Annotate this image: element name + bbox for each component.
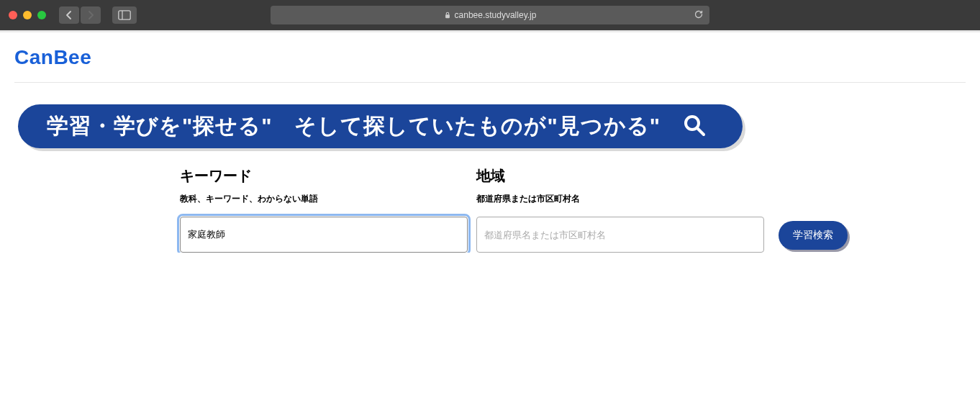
keyword-group: キーワード 教科、キーワード、わからない単語 (180, 166, 468, 253)
hero-text: 学習・学びを"探せる" そして探していたものが"見つかる" (47, 112, 661, 141)
address-bar[interactable]: canbee.studyvalley.jp (271, 6, 709, 24)
forward-button[interactable] (81, 6, 101, 24)
maximize-window-button[interactable] (37, 11, 46, 19)
page-content: CanBee 学習・学びを"探せる" そして探していたものが"見つかる" キーワ… (0, 33, 980, 253)
region-group: 地域 都道府県または市区町村名 (476, 166, 764, 253)
keyword-label: キーワード (180, 166, 468, 186)
keyword-input[interactable] (180, 217, 468, 253)
logo[interactable]: CanBee (14, 33, 966, 82)
region-sublabel: 都道府県または市区町村名 (476, 193, 764, 205)
svg-rect-2 (445, 14, 450, 18)
svg-rect-0 (119, 11, 130, 19)
hero-banner: 学習・学びを"探せる" そして探していたものが"見つかる" (18, 104, 743, 148)
url-text: canbee.studyvalley.jp (455, 10, 537, 20)
svg-line-4 (697, 128, 704, 135)
sidebar-toggle-button[interactable] (112, 6, 137, 24)
minimize-window-button[interactable] (23, 11, 32, 19)
divider (14, 82, 966, 83)
back-button[interactable] (59, 6, 79, 24)
reload-button[interactable] (694, 9, 704, 22)
navigation-buttons (59, 6, 101, 24)
region-input[interactable] (476, 217, 764, 253)
close-window-button[interactable] (9, 11, 17, 19)
region-label: 地域 (476, 166, 764, 186)
search-button[interactable]: 学習検索 (779, 221, 848, 250)
keyword-sublabel: 教科、キーワード、わからない単語 (180, 193, 468, 205)
browser-toolbar: canbee.studyvalley.jp (0, 0, 980, 30)
lock-icon (444, 12, 451, 19)
window-controls (9, 11, 46, 19)
search-icon (682, 113, 707, 140)
search-form: キーワード 教科、キーワード、わからない単語 地域 都道府県または市区町村名 学… (14, 166, 966, 253)
